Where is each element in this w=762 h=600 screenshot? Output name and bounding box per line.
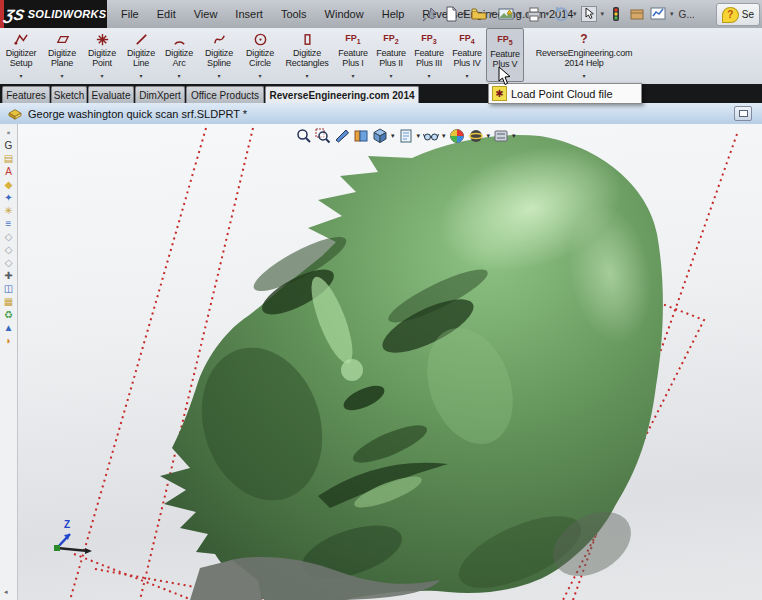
right-plane-icon[interactable]: ◇ — [2, 256, 16, 269]
digitize-spline-button[interactable]: DigitizeSpline▾ — [198, 28, 240, 82]
digitize-point-label-2: Point — [92, 58, 112, 68]
dropdown-caret-icon[interactable]: ▾ — [670, 10, 674, 18]
front-plane-icon[interactable]: ◇ — [2, 230, 16, 243]
flyout-caret-icon[interactable]: ▾ — [305, 72, 308, 79]
digitize-line-button[interactable]: DigitizeLine▾ — [122, 28, 160, 82]
menu-item-help[interactable]: Help — [373, 0, 414, 28]
digitize-point-button[interactable]: DigitizePoint▾ — [82, 28, 122, 82]
tab-features[interactable]: Features — [2, 86, 50, 103]
select-cursor-icon[interactable] — [579, 4, 599, 24]
feature-icon[interactable]: ◫ — [2, 282, 16, 295]
dropdown-caret-icon[interactable]: ▾ — [518, 10, 522, 18]
menu-item-view[interactable]: View — [185, 0, 227, 28]
page-display-icon[interactable] — [398, 128, 414, 144]
print-icon[interactable] — [524, 4, 544, 24]
material-icon[interactable]: ✳ — [2, 204, 16, 217]
tab-reverseengineering-com-2014[interactable]: ReverseEngineering.com 2014 — [265, 86, 419, 103]
new-document-icon[interactable] — [441, 4, 461, 24]
menu-item-edit[interactable]: Edit — [148, 0, 185, 28]
feature-plus-5-label-1: Feature — [490, 49, 520, 59]
menu-item-window[interactable]: Window — [316, 0, 373, 28]
tab-evaluate[interactable]: Evaluate — [88, 86, 134, 103]
point-cloud-asterisk-icon: ✱ — [492, 86, 507, 101]
feature-tree-strip[interactable]: ◂ ▪G▤A◆✦✳≡◇◇◇✚◫▦♻▲◗ — [0, 124, 18, 600]
digitize-point-label-1: Digitize — [88, 48, 116, 58]
dropdown-caret-icon[interactable]: ▾ — [417, 132, 421, 140]
equations-icon[interactable]: ≡ — [2, 217, 16, 230]
fp-icon: FP2 — [383, 30, 398, 48]
display-style-icon[interactable] — [372, 128, 388, 144]
surface-body-icon[interactable]: ▲ — [2, 321, 16, 334]
dropdown-caret-icon[interactable]: ▾ — [573, 10, 577, 18]
digitize-circle-button[interactable]: DigitizeCircle▾ — [240, 28, 280, 82]
digitize-plane-button[interactable]: DigitizePlane▾ — [42, 28, 82, 82]
apply-scene-icon[interactable] — [449, 128, 465, 144]
search-help-button[interactable]: ? Se — [716, 3, 760, 26]
menu-item-file[interactable]: File — [112, 0, 148, 28]
dropdown-caret-icon[interactable]: ▾ — [463, 10, 467, 18]
history-folder-icon[interactable]: ▤ — [2, 152, 16, 165]
open-folder-icon[interactable] — [469, 4, 489, 24]
options-box-icon[interactable] — [627, 4, 647, 24]
tab-sketch[interactable]: Sketch — [51, 86, 87, 103]
menu-item-tools[interactable]: Tools — [272, 0, 316, 28]
top-plane-icon[interactable]: ◇ — [2, 243, 16, 256]
menu-item-insert[interactable]: Insert — [226, 0, 272, 28]
flyout-caret-icon[interactable]: ▾ — [217, 72, 220, 79]
flyout-caret-icon[interactable]: ▾ — [389, 72, 392, 79]
sensors-icon[interactable]: ◆ — [2, 178, 16, 191]
reverseengineering-help-button[interactable]: ?ReverseEngineering.com2014 Help▾ — [524, 28, 644, 82]
flyout-caret-icon[interactable]: ▾ — [139, 72, 142, 79]
tab-dimxpert[interactable]: DimXpert — [135, 86, 185, 103]
dropdown-caret-icon[interactable]: ▾ — [442, 132, 446, 140]
tab-office-products[interactable]: Office Products — [186, 86, 264, 103]
strip-scroll-arrow[interactable]: ◂ — [4, 588, 8, 596]
feature-plus-3-button[interactable]: FP3FeaturePlus III▾ — [410, 28, 448, 82]
dropdown-caret-icon[interactable]: ▾ — [601, 10, 605, 18]
restore-window-button[interactable] — [734, 106, 752, 121]
undo-icon[interactable] — [551, 4, 571, 24]
flyout-caret-icon[interactable]: ▾ — [19, 72, 22, 79]
pushpin-icon[interactable] — [420, 4, 440, 24]
zoom-fit-icon[interactable] — [296, 128, 312, 144]
origin-icon[interactable]: ✚ — [2, 269, 16, 282]
flyout-caret-icon[interactable]: ▾ — [465, 72, 468, 79]
graphics-viewport[interactable]: Z ◂ ▪G▤A◆✦✳≡◇◇◇✚◫▦♻▲◗ ▾▾▾▾▾ — [0, 124, 762, 600]
feature-plus-2-button[interactable]: FP2FeaturePlus II▾ — [372, 28, 410, 82]
image-chart-icon[interactable] — [648, 4, 668, 24]
digitize-arc-button[interactable]: DigitizeArc▾ — [160, 28, 198, 82]
solid-body-icon[interactable]: ◗ — [2, 334, 16, 347]
dropdown-caret-icon[interactable]: ▾ — [391, 132, 395, 140]
dropdown-caret-icon[interactable]: ▾ — [491, 10, 495, 18]
feature-plus-4-button[interactable]: FP4FeaturePlus IV▾ — [448, 28, 486, 82]
mesh-folder-icon[interactable]: ▦ — [2, 295, 16, 308]
insert-picture-icon[interactable] — [496, 4, 516, 24]
menu-item-load-point-cloud-file[interactable]: ✱Load Point Cloud file — [489, 84, 641, 103]
section-view-icon[interactable] — [334, 128, 350, 144]
annotations-icon[interactable]: A — [2, 165, 16, 178]
flyout-caret-icon[interactable]: ▾ — [177, 72, 180, 79]
toolbar-overflow-label[interactable]: G... — [679, 9, 695, 20]
digitize-rectangles-button[interactable]: DigitizeRectangles▾ — [280, 28, 334, 82]
zoom-area-icon[interactable] — [315, 128, 331, 144]
dropdown-caret-icon[interactable]: ▾ — [546, 10, 550, 18]
flyout-caret-icon[interactable]: ▾ — [351, 72, 354, 79]
render-tools-icon[interactable] — [468, 128, 484, 144]
dropdown-caret-icon[interactable]: ▾ — [512, 132, 516, 140]
imported-scan-icon[interactable]: ♻ — [2, 308, 16, 321]
tree-handle-icon[interactable]: ▪ — [2, 126, 16, 139]
rebuild-traffic-light-icon[interactable] — [606, 4, 626, 24]
feature-plus-1-button[interactable]: FP1FeaturePlus I▾ — [334, 28, 372, 82]
part-name-icon[interactable]: G — [2, 139, 16, 152]
hide-show-items-icon[interactable] — [423, 128, 439, 144]
flyout-caret-icon[interactable]: ▾ — [100, 72, 103, 79]
lights-icon[interactable]: ✦ — [2, 191, 16, 204]
flyout-caret-icon[interactable]: ▾ — [582, 72, 585, 79]
digitizer-setup-button[interactable]: DigitizerSetup▾ — [0, 28, 42, 82]
view-settings-icon[interactable] — [493, 128, 509, 144]
view-orientation-icon[interactable] — [353, 128, 369, 144]
dropdown-caret-icon[interactable]: ▾ — [487, 132, 491, 140]
flyout-caret-icon[interactable]: ▾ — [60, 72, 63, 79]
flyout-caret-icon[interactable]: ▾ — [258, 72, 261, 79]
flyout-caret-icon[interactable]: ▾ — [427, 72, 430, 79]
